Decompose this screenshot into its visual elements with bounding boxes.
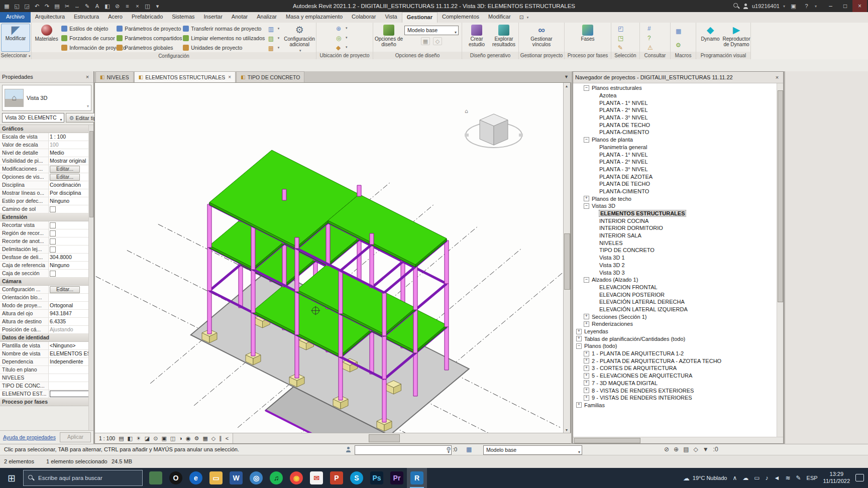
property-checkbox[interactable] <box>50 222 56 228</box>
ribbon-tab-arquitectura[interactable]: Arquitectura <box>31 12 69 23</box>
properties-close-icon[interactable]: × <box>83 74 91 80</box>
browser-item-elevacion-frontal[interactable]: ELEVACION FRONTAL <box>573 284 783 291</box>
browser-item-elevacion-posterior[interactable]: ELEVACION POSTERIOR <box>573 291 783 298</box>
browser-item-familias[interactable]: +Familias <box>573 402 783 409</box>
design-option-combo[interactable]: Modelo base▾ <box>483 445 582 455</box>
manage-links-button[interactable]: ∞ Gestionar vínculos <box>526 24 557 52</box>
edit-selection-button[interactable]: ✎ <box>618 43 633 51</box>
properties-section-graficos[interactable]: Gráficos∧ <box>0 125 93 133</box>
properties-section-camara[interactable]: Cámara∧ <box>0 278 93 286</box>
taskbar-app-premiere[interactable]: Pr <box>387 468 407 488</box>
view-canvas[interactable]: ⌂ ▲▼ 1 : 100▤◧☀◪⊙▣◫◑◉⚙▦◇∥< <box>94 82 571 444</box>
browser-item-leyendas[interactable]: +Leyendas <box>573 328 783 335</box>
property-value[interactable]: 6.4335 <box>49 318 93 325</box>
app-store-icon[interactable]: ▣ <box>789 2 798 11</box>
ribbon-item-parametros-compartidos[interactable]: Parámetros compartidos <box>117 34 181 42</box>
property-value-input[interactable] <box>50 391 92 397</box>
ribbon-tab-masa-y-emplazamiento[interactable]: Masa y emplazamiento <box>281 12 347 23</box>
create-study-button[interactable]: Crear estudio <box>463 24 490 52</box>
browser-item-planta-de-techo[interactable]: PLANTA DE TECHO <box>573 180 783 188</box>
taskbar-app-skype[interactable]: S <box>347 468 367 488</box>
warnings-button[interactable]: ⚠ <box>647 43 663 51</box>
browser-horizontal-scrollbar[interactable] <box>573 437 783 443</box>
browser-item-planos-todo[interactable]: −Planos (todo) <box>573 342 783 350</box>
panel-label-seleccion[interactable]: Selección <box>611 52 639 59</box>
browser-item-planta-2-nivel[interactable]: PLANTA - 2° NIVEL <box>573 106 783 114</box>
start-button[interactable]: ⊞ <box>0 468 23 488</box>
taskbar-app-edge-browser[interactable]: e <box>186 468 206 488</box>
taskbar-app-revit[interactable]: R <box>407 468 427 488</box>
measure-icon[interactable]: ✂ <box>62 2 72 11</box>
ribbon-display-toggle[interactable]: ⊡▾ <box>515 12 533 23</box>
taskbar-app-powerpoint[interactable]: P <box>327 468 347 488</box>
dynamo-player-button[interactable]: ▶ Reproductor de Dynamo <box>723 24 749 52</box>
collapse-node-icon[interactable]: − <box>576 343 582 349</box>
browser-item-niveles[interactable]: NIVELES <box>573 239 783 247</box>
view-tab-tipo-de-concreto[interactable]: ◧TIPO DE CONCRETO <box>236 71 304 82</box>
browser-item-secciones-seccion-1[interactable]: +Secciones (Sección 1) <box>573 313 783 320</box>
pick-to-edit-icon[interactable]: ◇ <box>433 37 442 45</box>
temporary-view-properties-icon[interactable]: ▦ <box>202 435 207 442</box>
edit-button[interactable]: Editar... <box>50 174 80 181</box>
reveal-hidden-icon[interactable]: ◉ <box>186 435 191 442</box>
property-value[interactable] <box>49 382 93 390</box>
close-hidden-windows-icon[interactable]: × <box>133 2 142 11</box>
worksharing-display-icon[interactable]: ⚙ <box>194 435 199 442</box>
ribbon-item-parametros-de-proyecto[interactable]: Parámetros de proyecto <box>117 25 181 33</box>
property-value[interactable] <box>49 374 93 382</box>
macro-manager-button[interactable]: ▦ <box>676 27 691 35</box>
browser-item-planos-estructurales[interactable]: −Planos estructurales <box>573 84 783 92</box>
select-by-id-button[interactable]: ? <box>647 34 663 42</box>
browser-item-alzados-alzado-1[interactable]: −Alzados (Alzado 1) <box>573 276 783 284</box>
detail-level-icon[interactable]: ▤ <box>119 435 124 442</box>
ribbon-tab-colaborar[interactable]: Colaborar <box>347 12 380 23</box>
additional-settings-button[interactable]: ⚙ Configuración adicional▾ <box>284 24 315 52</box>
panel-label-consultar[interactable]: Consultar <box>640 52 670 59</box>
undo-icon[interactable]: ↶ <box>32 2 42 11</box>
user-menu-chevron-icon[interactable]: ▾ <box>783 4 785 9</box>
browser-item-planta-de-techo[interactable]: PLANTA DE TECHO <box>573 121 783 129</box>
section-icon[interactable]: ⊘ <box>113 2 122 11</box>
text-icon[interactable]: A <box>92 2 102 11</box>
property-checkbox[interactable] <box>50 271 56 277</box>
property-checkbox[interactable] <box>50 230 56 236</box>
collapse-node-icon[interactable]: − <box>584 85 589 91</box>
browser-item-planos-de-techo[interactable]: +Planos de techo <box>573 195 783 202</box>
edit-button[interactable]: Editar... <box>50 286 80 293</box>
search-icon[interactable] <box>733 3 739 9</box>
shadows-icon[interactable]: ◪ <box>145 435 150 442</box>
drag-on-selection-icon[interactable]: ◇ <box>693 446 698 453</box>
expand-node-icon[interactable]: + <box>584 358 589 363</box>
taskbar-app-spotify[interactable]: ♫ <box>266 468 286 488</box>
visual-style-icon[interactable]: ◧ <box>128 435 133 442</box>
properties-section-datos-de-identidad[interactable]: Datos de identidad∧ <box>0 334 93 342</box>
ribbon-tab-complementos[interactable]: Complementos <box>438 12 484 23</box>
browser-item-tipo-de-concreto[interactable]: TIPO DE CONCRETO <box>573 247 783 254</box>
property-value[interactable]: Independiente <box>49 358 93 365</box>
property-value[interactable]: 1 : 100 <box>49 133 93 141</box>
browser-item-interior-dormitorio[interactable]: INTERIOR DORMITORIO <box>573 224 783 232</box>
browser-item-vista-3d-2[interactable]: Vista 3D 2 <box>573 262 783 269</box>
panel-schedule-templates-button[interactable]: ▩▾ <box>268 44 283 52</box>
default-3d-view-icon[interactable]: ◧ <box>102 2 112 11</box>
panel-label-seleccionar[interactable]: Seleccionar▾ <box>0 52 31 59</box>
weather-widget[interactable]: ☁ 19°C Nublado <box>683 474 727 482</box>
expand-node-icon[interactable]: + <box>584 380 589 386</box>
panel-label-programacion-visual[interactable]: Programación visual <box>696 52 750 59</box>
browser-item-planimetria-general[interactable]: Planimetría general <box>573 144 783 151</box>
taskbar-app-weather-tile[interactable] <box>146 468 166 488</box>
ribbon-item-limpiar-elementos-no-utilizados[interactable]: Limpiar elementos no utilizados <box>183 34 266 42</box>
expand-node-icon[interactable]: + <box>584 196 589 201</box>
browser-item-planta-1-nivel[interactable]: PLANTA - 1° NIVEL <box>573 99 783 106</box>
help-icon[interactable]: ? <box>802 2 811 11</box>
save-selection-button[interactable]: ◰ <box>618 24 633 32</box>
show-crop-icon[interactable]: ◫ <box>170 435 175 442</box>
property-value[interactable]: 304.8000 <box>49 254 93 261</box>
browser-vertical-scrollbar[interactable] <box>777 83 783 437</box>
browser-item-planta-de-azotea[interactable]: PLANTA DE AZOTEA <box>573 173 783 180</box>
properties-section-proceso-por-fases[interactable]: Proceso por fases∨ <box>0 398 93 406</box>
browser-item-1-planta-de-arquitectura-1-2[interactable]: +1 - PLANTA DE ARQUITECTURA 1-2 <box>573 350 783 357</box>
active-design-option-combo[interactable]: Modelo base▾ <box>404 26 459 35</box>
close-view-tab-icon[interactable]: × <box>228 74 231 80</box>
print-icon[interactable]: ▤ <box>52 2 62 11</box>
